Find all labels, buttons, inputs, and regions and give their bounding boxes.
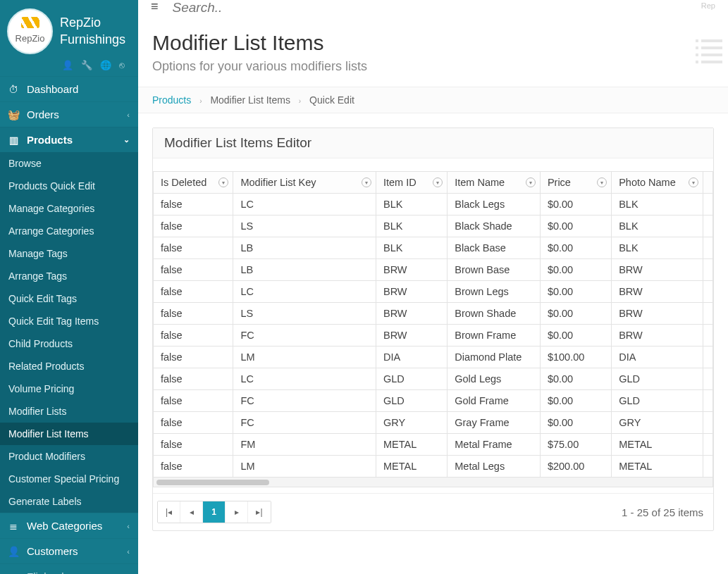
column-header[interactable]: Price▾	[540, 172, 611, 194]
nav-dashboard[interactable]: ⏱ Dashboard	[0, 76, 138, 101]
cell-item_id[interactable]: BRW	[376, 259, 447, 281]
cell-key[interactable]: LB	[233, 259, 376, 281]
column-filter-icon[interactable]: ▾	[218, 177, 228, 187]
cell-price[interactable]: $0.00	[540, 325, 611, 347]
column-filter-icon[interactable]: ▾	[433, 177, 443, 187]
cell-item_name[interactable]: Brown Legs	[448, 281, 541, 303]
cell-photo[interactable]: METAL	[612, 434, 703, 456]
sidebar-item-modifier-lists[interactable]: Modifier Lists	[0, 400, 138, 423]
cell-photo[interactable]: BRW	[612, 325, 703, 347]
cell-is_deleted[interactable]: false	[154, 390, 233, 412]
cell-is_deleted[interactable]: false	[154, 237, 233, 259]
nav-orders[interactable]: 🧺 Orders ‹	[0, 101, 138, 127]
sidebar-item-generate-labels[interactable]: Generate Labels	[0, 490, 138, 513]
column-header[interactable]: Item Name▾	[448, 172, 541, 194]
cell-price[interactable]: $75.00	[540, 434, 611, 456]
cell-item_id[interactable]: DIA	[376, 347, 447, 368]
cell-is_deleted[interactable]: false	[154, 412, 233, 434]
table-row[interactable]: falseLCGLDGold Legs$0.00GLD	[154, 368, 713, 390]
sidebar-item-customer-special-pricing[interactable]: Customer Special Pricing	[0, 468, 138, 490]
cell-item_name[interactable]: Diamond Plate	[448, 347, 541, 368]
cell-is_deleted[interactable]: false	[154, 325, 233, 347]
nav-web-categories[interactable]: ≣ Web Categories ‹	[0, 513, 138, 538]
nav-products[interactable]: ▥ Products ⌄	[0, 127, 138, 152]
column-header[interactable]: Modifier List Key▾	[233, 172, 376, 194]
cell-photo[interactable]: BLK	[612, 194, 703, 216]
pager-first-button[interactable]: |◂	[158, 501, 180, 523]
table-row[interactable]: falseLMDIADiamond Plate$100.00DIA	[154, 347, 713, 368]
column-filter-icon[interactable]: ▾	[597, 177, 607, 187]
cell-price[interactable]: $0.00	[540, 412, 611, 434]
cell-key[interactable]: LC	[233, 281, 376, 303]
cell-photo[interactable]: BRW	[612, 303, 703, 325]
pager-next-button[interactable]: ▸	[226, 501, 248, 523]
sidebar-item-product-modifiers[interactable]: Product Modifiers	[0, 445, 138, 468]
sidebar-item-manage-tags[interactable]: Manage Tags	[0, 242, 138, 265]
pager-page-current[interactable]: 1	[203, 501, 226, 523]
cell-is_deleted[interactable]: false	[154, 216, 233, 237]
sidebar-item-modifier-list-items[interactable]: Modifier List Items	[0, 423, 138, 445]
cell-photo[interactable]: BRW	[612, 281, 703, 303]
cell-key[interactable]: FC	[233, 390, 376, 412]
cell-item_id[interactable]: BRW	[376, 325, 447, 347]
sidebar-item-quick-edit-tag-items[interactable]: Quick Edit Tag Items	[0, 310, 138, 332]
sidebar-item-volume-pricing[interactable]: Volume Pricing	[0, 378, 138, 400]
cell-price[interactable]: $0.00	[540, 390, 611, 412]
pager-prev-button[interactable]: ◂	[180, 501, 203, 523]
cell-item_id[interactable]: METAL	[376, 456, 447, 478]
cell-is_deleted[interactable]: false	[154, 259, 233, 281]
column-header[interactable]: Photo Name▾	[612, 172, 703, 194]
cell-item_id[interactable]: BLK	[376, 216, 447, 237]
cell-is_deleted[interactable]: false	[154, 368, 233, 390]
column-filter-icon[interactable]: ▾	[362, 177, 371, 187]
sidebar-item-browse[interactable]: Browse	[0, 152, 138, 175]
sidebar-item-arrange-tags[interactable]: Arrange Tags	[0, 265, 138, 287]
cell-photo[interactable]: GLD	[612, 368, 703, 390]
cell-key[interactable]: LC	[233, 194, 376, 216]
cell-price[interactable]: $0.00	[540, 259, 611, 281]
cell-key[interactable]: LM	[233, 456, 376, 478]
globe-icon[interactable]: 🌐	[100, 60, 111, 70]
cell-is_deleted[interactable]: false	[154, 194, 233, 216]
column-header[interactable]: Is Deleted▾	[154, 172, 233, 194]
menu-toggle-icon[interactable]: ≡	[151, 0, 159, 13]
logout-icon[interactable]: ⎋	[119, 60, 125, 70]
cell-item_name[interactable]: Metal Frame	[448, 434, 541, 456]
cell-item_id[interactable]: METAL	[376, 434, 447, 456]
cell-item_name[interactable]: Black Base	[448, 237, 541, 259]
cell-item_id[interactable]: BRW	[376, 281, 447, 303]
cell-item_name[interactable]: Brown Frame	[448, 325, 541, 347]
cell-key[interactable]: FC	[233, 412, 376, 434]
table-row[interactable]: falseFCGRYGray Frame$0.00GRY	[154, 412, 713, 434]
wrench-icon[interactable]: 🔧	[81, 60, 92, 70]
sidebar-item-child-products[interactable]: Child Products	[0, 332, 138, 355]
cell-price[interactable]: $200.00	[540, 456, 611, 478]
cell-item_name[interactable]: Black Shade	[448, 216, 541, 237]
sidebar-item-products-quick-edit[interactable]: Products Quick Edit	[0, 175, 138, 197]
nav-flipbooks[interactable]: ▭ Flipbooks	[0, 563, 138, 574]
cell-price[interactable]: $0.00	[540, 281, 611, 303]
cell-photo[interactable]: DIA	[612, 347, 703, 368]
cell-is_deleted[interactable]: false	[154, 303, 233, 325]
cell-item_name[interactable]: Gray Frame	[448, 412, 541, 434]
nav-customers[interactable]: 👤 Customers ‹	[0, 538, 138, 563]
cell-key[interactable]: LB	[233, 237, 376, 259]
search-input[interactable]	[173, 0, 687, 15]
cell-item_id[interactable]: GLD	[376, 368, 447, 390]
cell-item_id[interactable]: BLK	[376, 237, 447, 259]
cell-price[interactable]: $0.00	[540, 194, 611, 216]
sidebar-item-related-products[interactable]: Related Products	[0, 355, 138, 378]
cell-is_deleted[interactable]: false	[154, 281, 233, 303]
table-row[interactable]: falseLSBLKBlack Shade$0.00BLK	[154, 216, 713, 237]
cell-photo[interactable]: GLD	[612, 390, 703, 412]
pager-last-button[interactable]: ▸|	[248, 501, 271, 523]
table-row[interactable]: falseLCBRWBrown Legs$0.00BRW	[154, 281, 713, 303]
column-filter-icon[interactable]: ▾	[526, 177, 536, 187]
column-header[interactable]: Item ID▾	[376, 172, 447, 194]
cell-price[interactable]: $100.00	[540, 347, 611, 368]
cell-item_name[interactable]: Brown Shade	[448, 303, 541, 325]
table-row[interactable]: falseLBBRWBrown Base$0.00BRW	[154, 259, 713, 281]
cell-item_name[interactable]: Black Legs	[448, 194, 541, 216]
table-row[interactable]: falseLMMETALMetal Legs$200.00METAL	[154, 456, 713, 478]
cell-photo[interactable]: METAL	[612, 456, 703, 478]
